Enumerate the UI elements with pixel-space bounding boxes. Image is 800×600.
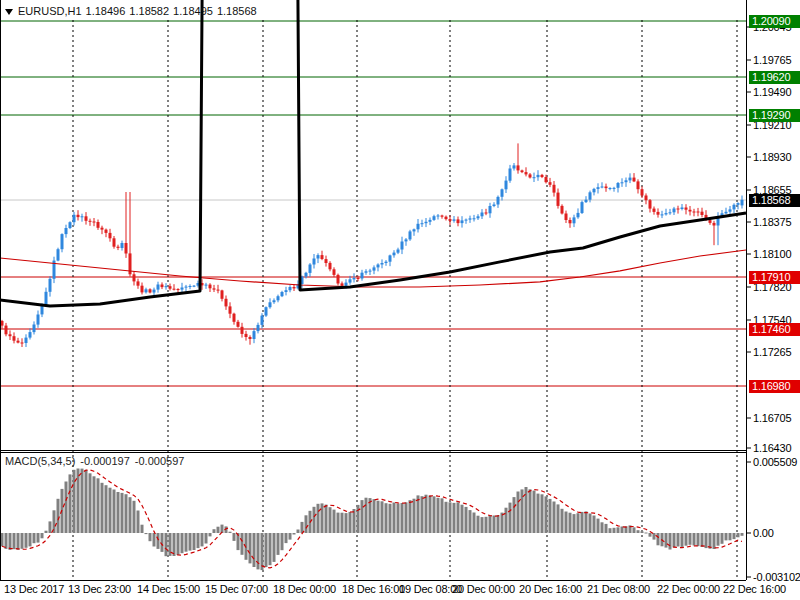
price-tick-label: 1.19765 bbox=[753, 54, 791, 66]
macd-indicator-label: MACD(5,34,5)-0.000197-0.000597 bbox=[5, 455, 189, 467]
ohlc-low: 1.18495 bbox=[173, 5, 213, 17]
macd-signal-value: -0.000597 bbox=[135, 455, 185, 467]
time-axis-label: 20 Dec 00:00 bbox=[452, 583, 515, 595]
chart-title: EURUSD,H11.184961.185821.184951.18568 bbox=[5, 5, 261, 17]
macd-axis-label: -0.003102 bbox=[753, 571, 800, 583]
current-price-badge: 1.18568 bbox=[749, 194, 800, 207]
time-axis-label: 22 Dec 16:00 bbox=[723, 583, 786, 595]
time-axis-label: 18 Dec 16:00 bbox=[342, 583, 405, 595]
resistance-price-badge: 1.19620 bbox=[749, 71, 800, 84]
ohlc-high: 1.18582 bbox=[129, 5, 169, 17]
price-tick-label: 1.19490 bbox=[753, 86, 791, 98]
symbol-timeframe: EURUSD,H1 bbox=[18, 5, 82, 17]
ohlc-close: 1.18568 bbox=[217, 5, 257, 17]
price-tick-label: 1.18375 bbox=[753, 216, 791, 228]
price-tick-label: 1.16705 bbox=[753, 412, 791, 424]
ohlc-open: 1.18496 bbox=[86, 5, 126, 17]
resistance-price-badge: 1.19290 bbox=[749, 109, 800, 122]
macd-name: MACD(5,34,5) bbox=[5, 455, 75, 467]
price-tick-label: 1.18100 bbox=[753, 248, 791, 260]
symbol-dropdown-icon[interactable] bbox=[5, 9, 13, 15]
time-axis-label: 18 Dec 00:00 bbox=[273, 583, 336, 595]
price-tick-label: 1.16430 bbox=[753, 442, 791, 454]
main-chart-area[interactable] bbox=[0, 0, 746, 450]
macd-panel-area[interactable] bbox=[0, 452, 746, 580]
macd-axis-label: 0.00 bbox=[753, 527, 774, 539]
price-tick-label: 1.18930 bbox=[753, 151, 791, 163]
time-axis-label: 14 Dec 15:00 bbox=[137, 583, 200, 595]
support-price-badge: 1.16980 bbox=[749, 380, 800, 393]
time-axis-label: 13 Dec 2017 bbox=[4, 583, 64, 595]
support-price-badge: 1.17460 bbox=[749, 323, 800, 336]
time-axis-label: 20 Dec 16:00 bbox=[519, 583, 582, 595]
time-axis-label: 22 Dec 00:00 bbox=[657, 583, 720, 595]
support-price-badge: 1.17910 bbox=[749, 271, 800, 284]
time-axis-label: 21 Dec 08:00 bbox=[587, 583, 650, 595]
macd-main-value: -0.000197 bbox=[80, 455, 130, 467]
price-tick-label: 1.17265 bbox=[753, 346, 791, 358]
macd-axis-label: 0.005509 bbox=[753, 456, 797, 468]
time-axis-label: 13 Dec 23:00 bbox=[68, 583, 131, 595]
time-axis-label: 15 Dec 07:00 bbox=[205, 583, 268, 595]
mt4-chart-window: EURUSD,H11.184961.185821.184951.18568 MA… bbox=[0, 0, 800, 600]
resistance-price-badge: 1.20090 bbox=[749, 15, 800, 28]
